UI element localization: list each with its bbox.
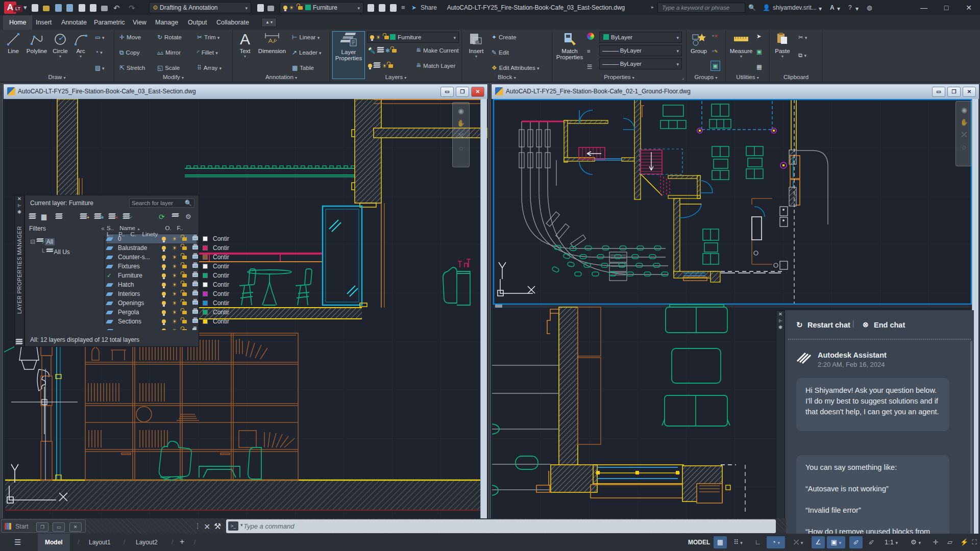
layer-plot-icon[interactable]: [192, 308, 203, 317]
assistant-close-icon[interactable]: ✕: [776, 311, 785, 318]
layer-lock-icon[interactable]: [182, 289, 192, 298]
calculator-icon[interactable]: ▦: [756, 63, 762, 70]
command-input[interactable]: Type a command: [226, 519, 776, 533]
panel-clipboard-label[interactable]: Clipboard: [770, 74, 822, 80]
layer-name[interactable]: Sections: [118, 317, 162, 326]
isodraft-toggle[interactable]: ⤫ ▾: [789, 536, 807, 548]
qat-menu-icon[interactable]: ≡: [401, 4, 405, 11]
new-property-filter-icon[interactable]: [29, 213, 37, 220]
grid-toggle[interactable]: ▦: [714, 536, 727, 548]
share-icon[interactable]: ➤: [411, 4, 416, 11]
sheet-icon[interactable]: [257, 4, 264, 12]
workspace-dropdown[interactable]: ⚙ Drafting & Annotation ▾: [149, 2, 251, 13]
open-file-icon[interactable]: [43, 6, 50, 11]
search-expand-icon[interactable]: ▸: [651, 4, 654, 10]
ortho-toggle[interactable]: ∟: [751, 536, 765, 548]
create-block-button[interactable]: ✦Create: [492, 34, 517, 41]
layout1-tab[interactable]: Layout1: [82, 534, 118, 551]
minimize-button[interactable]: —: [913, 0, 935, 15]
col-status[interactable]: S..: [107, 225, 118, 231]
left-window-titlebar[interactable]: AutoCAD-LT-FY25_Fire-Station-Book-Cafe_0…: [4, 84, 487, 99]
group-button[interactable]: Group: [688, 32, 710, 54]
start-tab-label[interactable]: Start: [15, 523, 28, 530]
make-current-button[interactable]: ≝Make Current: [416, 47, 459, 54]
layer-on-icon[interactable]: [162, 289, 172, 298]
layer-color-swatch[interactable]: [203, 243, 213, 253]
qat-layer-dropdown[interactable]: ☀ Furniture ▾: [280, 2, 363, 13]
panel-properties-label[interactable]: Properties ▾ ⌟: [552, 74, 686, 80]
tab-manage[interactable]: Manage: [149, 15, 184, 30]
right-window-titlebar[interactable]: AutoCAD-LT-FY25_Fire-Station-Book-Cafe_0…: [492, 84, 979, 99]
layer-color-swatch[interactable]: [203, 280, 213, 289]
color-wheel-icon[interactable]: [587, 33, 594, 41]
copy-button[interactable]: ⧉Copy: [119, 49, 139, 56]
save-icon[interactable]: [55, 4, 62, 12]
plot-icon[interactable]: [79, 4, 85, 12]
layer-color-swatch[interactable]: [203, 298, 213, 308]
layer-name[interactable]: Hatch: [118, 280, 162, 289]
stretch-button[interactable]: ⇱Stretch: [119, 64, 145, 71]
left-navigation-bar[interactable]: ◉✋⤫◌: [452, 102, 470, 167]
restart-chat-button[interactable]: Restart chat: [807, 321, 850, 329]
line-button[interactable]: Line: [3, 32, 23, 54]
match-layer-button[interactable]: ≞Match Layer: [416, 62, 455, 69]
move-button[interactable]: ✛Move: [119, 34, 141, 41]
layer-row[interactable]: Hatch☀Contir: [107, 280, 197, 289]
refresh-icon[interactable]: ⟳: [159, 213, 165, 221]
layer-row[interactable]: Sections☀Contir: [107, 317, 197, 326]
assistant-titlebar-strip[interactable]: ✕ ⊩ ✱ AUTODESK ASSISTANT: [776, 310, 785, 551]
layer-plot-icon[interactable]: [192, 289, 203, 298]
layer-on-icon[interactable]: [162, 308, 172, 317]
autoscale-toggle[interactable]: 🜚: [865, 536, 878, 548]
layer-row[interactable]: Counter-s...☀Contir: [107, 253, 197, 262]
command-prompt-icon[interactable]: >_: [228, 521, 238, 531]
layer-row[interactable]: Pergola☀Contir: [107, 308, 197, 317]
edit-attributes-button[interactable]: ❖Edit Attributes ▾: [492, 64, 539, 71]
layer-lock-icon[interactable]: [182, 234, 192, 243]
tab-output[interactable]: Output: [182, 15, 213, 30]
layer-search-input[interactable]: Search for layer🔍: [129, 198, 194, 208]
new-layer-vp-icon[interactable]: ❄: [94, 213, 102, 220]
right-close-button[interactable]: ✕: [963, 87, 976, 97]
workspace-gear[interactable]: ⚙ ▾: [906, 536, 925, 548]
zoom-icon[interactable]: ⤫: [956, 131, 972, 139]
layer-color-swatch[interactable]: [203, 289, 213, 298]
ribbon-layer-dropdown[interactable]: ☀ Furniture▾: [367, 32, 459, 43]
layer-color-swatch[interactable]: [203, 234, 213, 243]
cut-icon[interactable]: ✂ ▾: [798, 34, 807, 41]
logo-caret-icon[interactable]: ▾: [23, 4, 27, 11]
new-file-icon[interactable]: [32, 4, 38, 12]
layer-plot-icon[interactable]: [192, 262, 203, 271]
layer-name[interactable]: 0: [118, 234, 162, 243]
ribbon-minimize-button[interactable]: ▲ ▾: [261, 18, 277, 27]
panel-modify-label[interactable]: Modify ▾: [114, 74, 232, 80]
match-icon[interactable]: [368, 4, 374, 12]
edit-doc-icon[interactable]: [390, 4, 397, 12]
end-chat-icon[interactable]: ⊗: [863, 320, 869, 329]
delete-layer-icon[interactable]: ✕: [109, 213, 116, 220]
text-button[interactable]: AText▾: [236, 32, 254, 59]
ungroup-icon[interactable]: ▫✕: [712, 33, 718, 39]
layer-name[interactable]: Interiors: [118, 289, 162, 298]
circle-button[interactable]: Circle▾: [50, 32, 70, 59]
steering-wheel-icon[interactable]: ◉: [956, 106, 972, 114]
save-as-icon[interactable]: [66, 4, 73, 12]
tab-insert[interactable]: Insert: [30, 15, 58, 30]
start-close-icon[interactable]: ✕: [69, 522, 82, 532]
orbit-icon[interactable]: ◌: [453, 144, 469, 152]
panel-annotation-label[interactable]: Annotation ▾: [233, 74, 330, 80]
layer-plot-icon[interactable]: [192, 234, 203, 243]
assistant-settings-icon[interactable]: ✱: [776, 324, 785, 331]
suggestion-1[interactable]: “Autosave is not working”: [805, 484, 940, 494]
col-freeze[interactable]: F..: [177, 225, 187, 231]
help-search-input[interactable]: Type a keyword or phrase: [657, 3, 745, 13]
dimension-button[interactable]: Dimension: [256, 32, 288, 54]
layer-lock-icon[interactable]: [182, 280, 192, 289]
layer-lock-icon[interactable]: [182, 243, 192, 253]
layer-lock-icon[interactable]: [182, 308, 192, 317]
panel-layers-label[interactable]: Layers ▾: [330, 74, 461, 80]
pan-icon[interactable]: ✋: [453, 119, 469, 127]
start-restore-icon[interactable]: ❐: [36, 522, 48, 532]
layer-plot-icon[interactable]: [192, 298, 203, 308]
start-tab-bar[interactable]: Start ❐ ▭ ✕: [1, 519, 86, 533]
